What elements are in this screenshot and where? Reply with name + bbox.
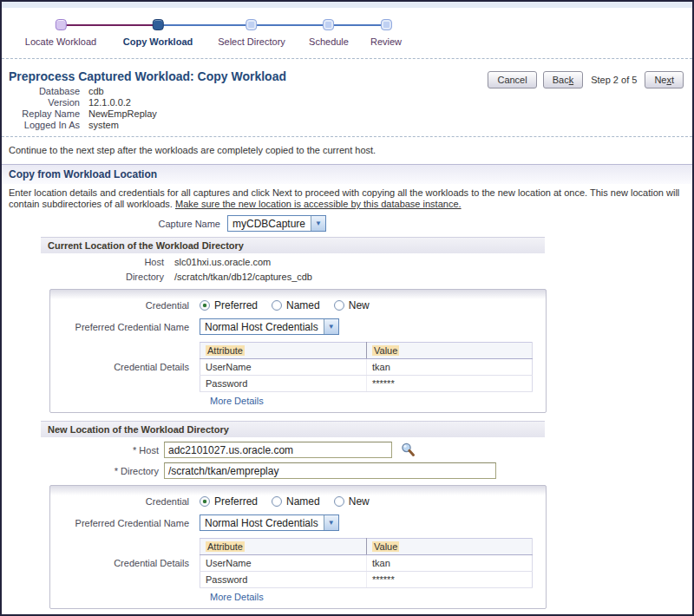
train-step-label: Copy Workload (123, 36, 193, 47)
radio-new[interactable] (334, 496, 344, 507)
radio-preferred-label[interactable]: Preferred (214, 495, 258, 508)
credential-details-row: Credential Details Attribute Value UserN… (50, 538, 546, 588)
preprocess-workload-window: Locate Workload Copy Workload Select Dir… (0, 0, 694, 616)
radio-item-preferred[interactable]: Preferred (200, 495, 258, 508)
current-host-row: Host slc01hxi.us.oracle.com (41, 257, 545, 268)
more-details-link[interactable]: More Details (210, 592, 546, 602)
train-step-box-current (152, 19, 163, 30)
train-step-label[interactable]: Locate Workload (25, 36, 96, 47)
radio-new-label[interactable]: New (349, 299, 370, 311)
credential-radio-group: Preferred Named New (200, 299, 370, 311)
cell-attribute: Password (200, 376, 367, 392)
radio-item-new[interactable]: New (334, 495, 370, 508)
current-directory-row: Directory /scratch/tkan/db12/captures_cd… (41, 272, 545, 283)
train-step-locate-workload[interactable]: Locate Workload (25, 19, 96, 47)
capture-name-label: Capture Name (2, 219, 227, 229)
current-host-value: slc01hxi.us.oracle.com (164, 257, 271, 268)
credential-label: Credential (50, 496, 200, 507)
chevron-down-icon[interactable]: ▼ (324, 319, 338, 334)
new-host-row: * Host (41, 442, 545, 458)
radio-named[interactable] (272, 300, 282, 311)
info-value-version: 12.1.0.0.2 (80, 97, 131, 108)
radio-new-label[interactable]: New (349, 495, 370, 508)
info-value-database: cdb (80, 86, 104, 97)
preferred-credential-name-label: Preferred Credential Name (50, 518, 200, 528)
cell-attribute: UserName (200, 359, 367, 376)
workflow-train: Locate Workload Copy Workload Select Dir… (2, 8, 692, 58)
next-button[interactable]: Next (645, 71, 684, 88)
wizard-button-group: Cancel Back Step 2 of 5 Next (488, 71, 684, 88)
capture-name-select[interactable]: myCDBCapture ▼ (227, 215, 326, 232)
cell-value: tkan (367, 359, 533, 376)
train-step-box-future (380, 19, 391, 30)
table-row: UserName tkan (200, 555, 533, 572)
radio-preferred[interactable] (200, 300, 210, 311)
train-step-copy-workload: Copy Workload (123, 19, 193, 47)
cancel-button[interactable]: Cancel (488, 71, 536, 88)
radio-new[interactable] (334, 300, 344, 311)
radio-named-label[interactable]: Named (286, 299, 320, 311)
preferred-credential-name-row: Preferred Credential Name Normal Host Cr… (50, 318, 546, 335)
subsection-new-location: New Location of the Workload Directory *… (41, 421, 545, 609)
train-step-label: Select Directory (218, 36, 285, 47)
train-step-label: Schedule (309, 36, 349, 47)
info-row: Logged In As system (9, 120, 685, 131)
chevron-down-icon[interactable]: ▼ (324, 515, 338, 530)
train-step-box-future (324, 19, 335, 30)
preferred-credential-name-row: Preferred Credential Name Normal Host Cr… (50, 514, 546, 531)
info-label-database: Database (9, 86, 80, 97)
section-header-copy-from-workload-location: Copy from Workload Location (2, 164, 692, 184)
credential-details-label: Credential Details (50, 558, 200, 568)
search-icon[interactable] (400, 442, 416, 458)
cell-attribute: UserName (200, 555, 367, 572)
credential-panel-current: Credential Preferred Named New (49, 289, 547, 413)
capture-name-selected-value: myCDBCapture (228, 216, 311, 231)
page-header: Preprocess Captured Workload: Copy Workl… (2, 59, 692, 136)
directory-field[interactable] (164, 462, 496, 479)
cell-attribute: Password (200, 572, 367, 588)
preferred-credential-select[interactable]: Normal Host Credentials ▼ (200, 514, 339, 531)
train-step-schedule: Schedule (309, 19, 349, 47)
train-step-box-visited[interactable] (55, 19, 66, 30)
new-host-label: * Host (41, 445, 164, 455)
current-location-title: Current Location of the Workload Directo… (41, 237, 545, 253)
step-indicator: Step 2 of 5 (589, 75, 638, 85)
intro-text: Continue to the next step after the work… (2, 137, 692, 161)
radio-item-preferred[interactable]: Preferred (200, 299, 258, 311)
cell-value: ****** (367, 376, 533, 392)
radio-named-label[interactable]: Named (286, 495, 320, 508)
column-header-attribute: Attribute (200, 539, 367, 555)
credential-type-row: Credential Preferred Named New (50, 299, 546, 311)
table-row: Password ****** (200, 376, 533, 392)
info-label-replay-name: Replay Name (9, 108, 80, 120)
radio-preferred-label[interactable]: Preferred (214, 299, 258, 311)
preferred-credential-selected-value: Normal Host Credentials (200, 319, 324, 334)
current-host-label: Host (41, 257, 164, 268)
credential-table: Attribute Value UserName tkan Password *… (200, 342, 533, 392)
credential-label: Credential (50, 300, 200, 311)
more-details-link[interactable]: More Details (210, 396, 546, 406)
credential-details-row: Credential Details Attribute Value UserN… (50, 342, 546, 392)
top-strip (2, 2, 692, 8)
info-label-version: Version (9, 97, 80, 108)
column-header-value: Value (367, 343, 533, 359)
radio-preferred[interactable] (200, 496, 210, 507)
table-row: UserName tkan (200, 359, 533, 376)
column-header-attribute: Attribute (200, 343, 367, 359)
chevron-down-icon[interactable]: ▼ (311, 216, 325, 231)
back-button[interactable]: Back (543, 71, 583, 88)
current-directory-label: Directory (41, 272, 164, 283)
radio-item-named[interactable]: Named (272, 495, 320, 508)
radio-item-new[interactable]: New (334, 299, 370, 311)
host-field[interactable] (164, 442, 392, 458)
new-location-title: New Location of the Workload Directory (41, 421, 545, 437)
info-row: Version 12.1.0.0.2 (9, 97, 685, 108)
subsection-current-location: Current Location of the Workload Directo… (41, 237, 545, 413)
preferred-credential-select[interactable]: Normal Host Credentials ▼ (200, 318, 339, 335)
credential-radio-group: Preferred Named New (200, 495, 370, 508)
info-value-replay-name: NewEmpReplay (80, 108, 157, 120)
radio-named[interactable] (272, 496, 282, 507)
radio-item-named[interactable]: Named (272, 299, 320, 311)
train-step-review: Review (370, 19, 402, 47)
capture-name-row: Capture Name myCDBCapture ▼ (2, 215, 692, 232)
